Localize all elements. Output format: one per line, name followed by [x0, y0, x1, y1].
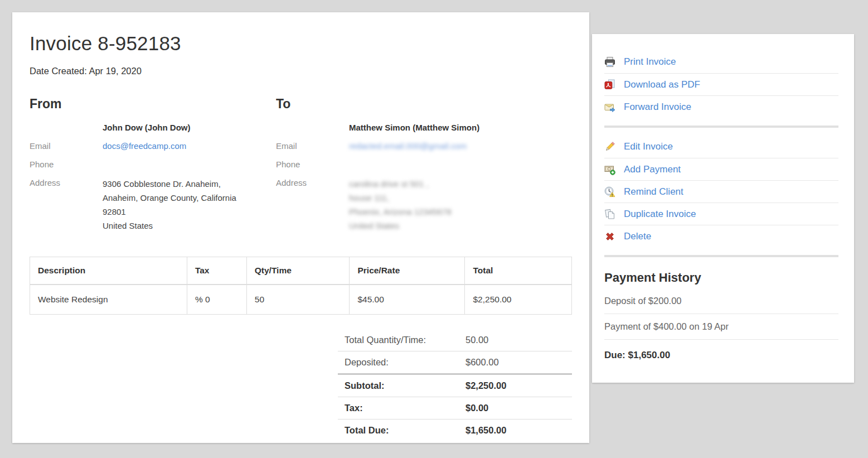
group-divider — [604, 255, 838, 257]
forward-invoice-label: Forward Invoice — [624, 102, 691, 113]
col-price-rate: Price/Rate — [350, 257, 465, 285]
download-pdf-label: Download as PDF — [624, 79, 700, 90]
duplicate-invoice-button[interactable]: Duplicate Invoice — [604, 203, 838, 225]
payment-history-entry: Payment of $400.00 on 19 Apr — [604, 314, 838, 340]
remind-client-label: Remind Client — [624, 186, 683, 197]
col-total: Total — [465, 257, 572, 285]
total-quantity-row: Total Quantity/Time: 50.00 — [338, 329, 572, 351]
remind-clock-icon — [604, 186, 615, 197]
cell-tax: % 0 — [187, 285, 246, 315]
actions-group-secondary: Edit Invoice Add Payment — [604, 136, 838, 247]
print-invoice-button[interactable]: Print Invoice — [604, 51, 838, 73]
delete-label: Delete — [624, 231, 651, 242]
group-divider — [604, 126, 838, 128]
duplicate-pages-icon — [604, 209, 615, 220]
col-description: Description — [30, 257, 187, 285]
cell-qty-time: 50 — [246, 285, 350, 315]
from-address-value: 9306 Cobblestone Dr. Anaheim, Anaheim, O… — [103, 177, 236, 233]
page-title: Invoice 8-952183 — [30, 32, 572, 55]
edit-invoice-button[interactable]: Edit Invoice — [604, 136, 838, 158]
parties-section: From John Dow (John Dow) Email docs@free… — [30, 97, 572, 239]
add-payment-button[interactable]: Add Payment — [604, 158, 838, 180]
deposited-row: Deposited: $600.00 — [338, 351, 572, 375]
from-name: John Dow (John Dow) — [103, 122, 190, 134]
print-invoice-label: Print Invoice — [624, 56, 676, 68]
col-qty-time: Qty/Time — [246, 257, 350, 285]
add-payment-label: Add Payment — [624, 164, 681, 175]
remind-client-button[interactable]: Remind Client — [604, 180, 838, 203]
date-created: Date Created: Apr 19, 2020 — [30, 66, 572, 76]
to-phone-row: Phone — [276, 158, 572, 171]
cell-description: Website Redesign — [30, 285, 187, 315]
delete-x-icon — [604, 231, 615, 242]
actions-group-primary: Print Invoice Download as PDF Forward — [604, 51, 838, 118]
from-name-row: John Dow (John Dow) — [30, 122, 276, 134]
totals-summary: Total Quantity/Time: 50.00 Deposited: $6… — [338, 329, 572, 441]
to-address-label: Address — [276, 177, 349, 233]
from-section: From John Dow (John Dow) Email docs@free… — [30, 97, 276, 239]
to-email-link-blurred[interactable]: redacted.email.000@gmail.com — [349, 141, 467, 151]
to-email-label: Email — [276, 140, 349, 152]
to-phone-label: Phone — [276, 158, 349, 171]
add-payment-icon — [604, 164, 615, 175]
from-phone-row: Phone — [30, 158, 276, 171]
tax-row: Tax: $0.00 — [338, 397, 572, 420]
forward-invoice-button[interactable]: Forward Invoice — [604, 95, 838, 118]
actions-panel: Print Invoice Download as PDF Forward — [592, 34, 854, 383]
amount-due: Due: $1,650.00 — [604, 350, 838, 361]
total-due-row: Total Due: $1,650.00 — [338, 420, 572, 441]
to-name-row: Matthew Simon (Matthew Simon) — [276, 122, 572, 134]
cell-price-rate: $45.00 — [350, 285, 465, 315]
to-email-row: Email redacted.email.000@gmail.com — [276, 140, 572, 152]
table-header-row: Description Tax Qty/Time Price/Rate Tota… — [30, 257, 572, 285]
payment-history-heading: Payment History — [604, 271, 838, 285]
edit-invoice-label: Edit Invoice — [624, 141, 673, 152]
from-address-label: Address — [30, 177, 103, 233]
duplicate-invoice-label: Duplicate Invoice — [624, 209, 696, 220]
to-name: Matthew Simon (Matthew Simon) — [349, 122, 479, 134]
forward-envelope-icon — [604, 102, 615, 113]
from-email-row: Email docs@freedcamp.com — [30, 140, 276, 152]
invoice-card: Invoice 8-952183 Date Created: Apr 19, 2… — [12, 12, 589, 443]
download-pdf-button[interactable]: Download as PDF — [604, 73, 838, 95]
from-email-link[interactable]: docs@freedcamp.com — [103, 141, 186, 151]
col-tax: Tax — [187, 257, 246, 285]
from-phone-label: Phone — [30, 158, 103, 171]
from-email-label: Email — [30, 140, 103, 152]
line-items-table: Description Tax Qty/Time Price/Rate Tota… — [30, 257, 572, 315]
subtotal-row: Subtotal: $2,250.00 — [338, 375, 572, 397]
delete-button[interactable]: Delete — [604, 225, 838, 247]
cell-total: $2,250.00 — [465, 285, 572, 315]
pencil-icon — [604, 141, 615, 152]
to-address-value-blurred: carolina drive st 501 , house 111, Phoen… — [349, 177, 451, 233]
to-heading: To — [276, 97, 572, 112]
table-row: Website Redesign % 0 50 $45.00 $2,250.00 — [30, 285, 572, 315]
printer-icon — [604, 56, 615, 68]
to-section: To Matthew Simon (Matthew Simon) Email r… — [276, 97, 572, 239]
from-heading: From — [30, 97, 276, 112]
pdf-icon — [604, 79, 615, 90]
from-address-row: Address 9306 Cobblestone Dr. Anaheim, An… — [30, 177, 276, 233]
to-address-row: Address carolina drive st 501 , house 11… — [276, 177, 572, 233]
payment-history-entry: Deposit of $200.00 — [604, 288, 838, 314]
